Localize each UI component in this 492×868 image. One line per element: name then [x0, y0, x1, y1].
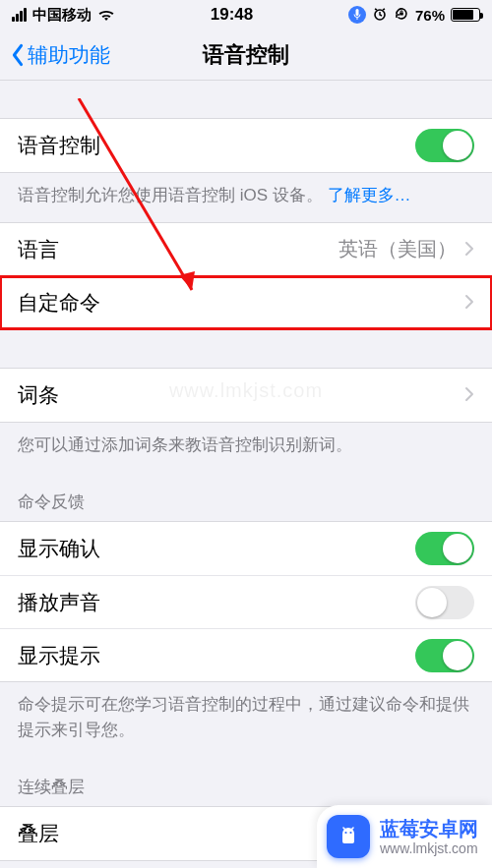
language-label: 语言 — [18, 236, 59, 263]
svg-line-9 — [351, 828, 353, 830]
play-sound-toggle[interactable] — [415, 586, 474, 619]
feedback-header: 命令反馈 — [0, 471, 492, 521]
language-row[interactable]: 语言 英语（美国） — [0, 223, 492, 276]
vocabulary-label: 词条 — [18, 381, 59, 409]
battery-icon — [451, 8, 480, 22]
play-sound-row[interactable]: 播放声音 — [0, 575, 492, 628]
overlay-label: 叠层 — [18, 820, 59, 847]
wifi-icon — [97, 8, 115, 22]
show-confirm-label: 显示确认 — [18, 535, 100, 562]
custom-commands-row[interactable]: 自定命令 — [0, 276, 492, 329]
page-title: 语音控制 — [203, 40, 289, 70]
chevron-right-icon — [464, 238, 474, 261]
learn-more-link[interactable]: 了解更多… — [328, 186, 411, 204]
play-sound-label: 播放声音 — [18, 589, 100, 616]
vocabulary-footer: 您可以通过添加词条来教语音控制识别新词。 — [0, 423, 492, 472]
voice-control-label: 语音控制 — [18, 132, 100, 159]
status-right: 76% — [348, 6, 480, 25]
voice-control-footer-text: 语音控制允许您使用语音控制 iOS 设备。 — [18, 186, 323, 204]
vocabulary-group: 词条 — [0, 368, 492, 423]
chevron-left-icon — [10, 43, 26, 67]
status-bar: 中国移动 19:48 76% — [0, 0, 492, 29]
show-hints-toggle[interactable] — [415, 639, 474, 672]
vocabulary-row[interactable]: 词条 — [0, 369, 492, 422]
language-value: 英语（美国） — [338, 236, 457, 262]
back-label: 辅助功能 — [28, 41, 110, 69]
chevron-right-icon — [464, 383, 474, 407]
voice-control-status-icon — [348, 6, 366, 24]
feedback-group: 显示确认 播放声音 显示提示 — [0, 521, 492, 682]
show-confirm-toggle[interactable] — [415, 532, 474, 565]
brand-badge: 蓝莓安卓网 www.lmkjst.com — [317, 805, 492, 868]
svg-rect-3 — [400, 12, 403, 15]
svg-point-6 — [344, 832, 346, 834]
voice-control-row[interactable]: 语音控制 — [0, 119, 492, 172]
status-left: 中国移动 — [12, 6, 115, 25]
status-time: 19:48 — [211, 5, 253, 25]
svg-point-7 — [349, 832, 351, 834]
chevron-right-icon — [464, 291, 474, 315]
back-button[interactable]: 辅助功能 — [10, 29, 110, 80]
show-confirm-row[interactable]: 显示确认 — [0, 522, 492, 575]
overlay-header: 连续叠层 — [0, 756, 492, 806]
svg-line-8 — [343, 828, 345, 830]
show-hints-row[interactable]: 显示提示 — [0, 628, 492, 681]
voice-control-group: 语音控制 — [0, 118, 492, 173]
brand-url: www.lmkjst.com — [380, 840, 478, 857]
nav-bar: 辅助功能 语音控制 — [0, 29, 492, 81]
voice-control-toggle[interactable] — [415, 129, 474, 162]
show-hints-label: 显示提示 — [18, 642, 100, 669]
brand-logo-icon — [327, 815, 370, 858]
battery-percent: 76% — [415, 7, 445, 24]
feedback-footer: 命令提示可在您学习语音控制的过程中，通过建议命令和提供提示来引导您。 — [0, 682, 492, 756]
svg-rect-0 — [355, 9, 358, 16]
carrier-label: 中国移动 — [32, 6, 92, 25]
brand-name: 蓝莓安卓网 — [380, 817, 478, 840]
language-commands-group: 语言 英语（美国） 自定命令 — [0, 222, 492, 330]
voice-control-footer: 语音控制允许您使用语音控制 iOS 设备。 了解更多… — [0, 173, 492, 222]
custom-commands-label: 自定命令 — [18, 289, 100, 317]
orientation-lock-icon — [394, 6, 409, 25]
svg-rect-1 — [356, 18, 357, 21]
alarm-icon — [372, 6, 388, 25]
cellular-signal-icon — [12, 8, 27, 22]
